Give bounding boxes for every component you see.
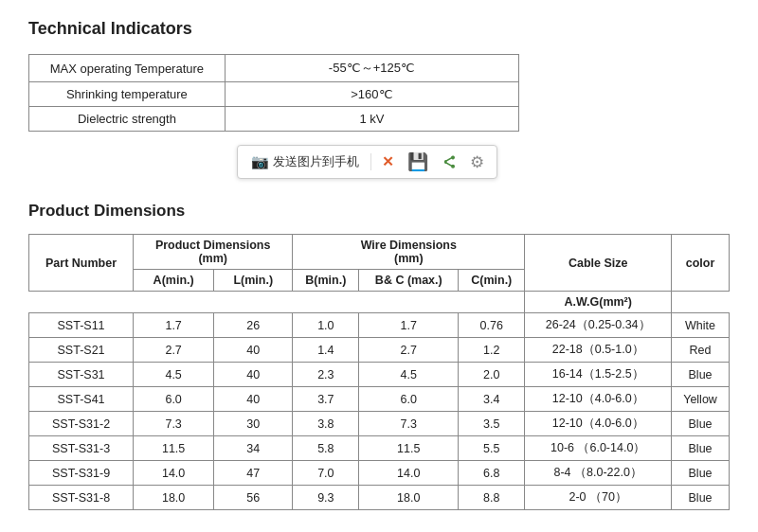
cell-l: 47 [214,461,293,486]
tech-value: 1 kV [225,107,518,132]
cell-color: Blue [672,461,730,486]
cell-awg: 2-0 （70） [525,486,672,510]
table-row: SST-S31-8 18.0 56 9.3 18.0 8.8 2-0 （70） … [29,486,730,510]
cell-l: 26 [214,313,293,338]
tech-row: Shrinking temperature >160℃ [29,82,519,107]
cell-part: SST-S31 [29,363,134,387]
cell-part: SST-S31-8 [29,486,134,510]
save-button[interactable]: 💾 [403,150,433,174]
cell-bc: 18.0 [359,486,459,510]
cell-b: 1.4 [293,338,359,363]
col-cable-size: Cable Size [525,235,672,292]
cell-l: 34 [214,436,293,461]
cell-b: 9.3 [293,486,359,510]
tech-row: Dielectric strength 1 kV [29,107,519,132]
cell-part: SST-S41 [29,387,134,412]
cell-a: 6.0 [134,387,214,412]
cell-b: 5.8 [293,436,359,461]
cell-color: Blue [672,436,730,461]
col-prod-dim: Product Dimensions(mm) [134,235,293,270]
table-row: SST-S21 2.7 40 1.4 2.7 1.2 22-18（0.5-1.0… [29,338,730,363]
cell-a: 1.7 [134,313,214,338]
toolbar: 📷 发送图片到手机 ✕ 💾 ⚙ [237,145,497,179]
cell-bc: 2.7 [359,338,459,363]
tech-label: MAX operating Temperature [29,55,226,82]
cell-a: 4.5 [134,363,214,387]
send-icon: 📷 [251,153,269,170]
cell-bc: 6.0 [359,387,459,412]
toolbar-divider-1 [370,153,371,170]
cell-l: 40 [214,363,293,387]
cell-bc: 4.5 [359,363,459,387]
cell-part: SST-S31-2 [29,412,134,436]
cell-l: 30 [214,412,293,436]
cell-c: 3.5 [459,412,525,436]
cell-bc: 1.7 [359,313,459,338]
col-wire-dim: Wire Dimensions(mm) [293,235,525,270]
tech-indicators-table: MAX operating Temperature -55℃～+125℃ Shr… [28,54,519,132]
cell-a: 2.7 [134,338,214,363]
cell-c: 0.76 [459,313,525,338]
share-button[interactable] [437,152,461,171]
col-part-number: Part Number [29,235,134,292]
cell-b: 2.3 [293,363,359,387]
table-row: SST-S31-3 11.5 34 5.8 11.5 5.5 10-6 （6.0… [29,436,730,461]
cell-b: 3.7 [293,387,359,412]
table-row: SST-S31 4.5 40 2.3 4.5 2.0 16-14（1.5-2.5… [29,363,730,387]
cell-color: Blue [672,486,730,510]
cell-color: Blue [672,363,730,387]
tech-value: >160℃ [225,82,518,107]
cell-a: 7.3 [134,412,214,436]
tech-value: -55℃～+125℃ [225,55,518,82]
cell-part: SST-S31-3 [29,436,134,461]
subheader-a-min: A(min.) [134,270,214,292]
settings-button[interactable]: ⚙ [465,151,489,174]
cell-bc: 7.3 [359,412,459,436]
send-to-phone-button[interactable]: 📷 发送图片到手机 [245,151,365,172]
tech-label: Shrinking temperature [29,82,226,107]
cell-b: 7.0 [293,461,359,486]
cell-l: 56 [214,486,293,510]
cell-part: SST-S21 [29,338,134,363]
cell-awg: 26-24（0.25-0.34） [525,313,672,338]
tech-label: Dielectric strength [29,107,226,132]
cell-color: White [672,313,730,338]
cell-color: Blue [672,412,730,436]
cell-a: 18.0 [134,486,214,510]
cell-awg: 22-18（0.5-1.0） [525,338,672,363]
subheader-b-min: B(min.) [293,270,359,292]
cell-bc: 11.5 [359,436,459,461]
cell-awg: 12-10（4.0-6.0） [525,387,672,412]
subheader-bc-max: B& C (max.) [359,270,459,292]
cell-c: 1.2 [459,338,525,363]
cell-bc: 14.0 [359,461,459,486]
table-row: SST-S41 6.0 40 3.7 6.0 3.4 12-10（4.0-6.0… [29,387,730,412]
cell-c: 2.0 [459,363,525,387]
product-dimensions-table: Part Number Product Dimensions(mm) Wire … [28,234,730,510]
cell-a: 14.0 [134,461,214,486]
cell-color: Red [672,338,730,363]
close-button[interactable]: ✕ [377,151,399,172]
cell-awg: 12-10（4.0-6.0） [525,412,672,436]
cell-b: 1.0 [293,313,359,338]
cell-part: SST-S31-9 [29,461,134,486]
subheader-awg: A.W.G(mm²) [525,292,672,313]
cell-part: SST-S11 [29,313,134,338]
cell-b: 3.8 [293,412,359,436]
table-row: SST-S31-2 7.3 30 3.8 7.3 3.5 12-10（4.0-6… [29,412,730,436]
cell-awg: 16-14（1.5-2.5） [525,363,672,387]
product-dimensions-title: Product Dimensions [28,202,730,221]
cell-a: 11.5 [134,436,214,461]
cell-c: 6.8 [459,461,525,486]
cell-c: 5.5 [459,436,525,461]
cell-awg: 10-6 （6.0-14.0） [525,436,672,461]
table-row: SST-S11 1.7 26 1.0 1.7 0.76 26-24（0.25-0… [29,313,730,338]
tech-row: MAX operating Temperature -55℃～+125℃ [29,55,519,82]
subheader-l-min: L(min.) [214,270,293,292]
section-title-tech: Technical Indicators [28,19,730,39]
cell-l: 40 [214,338,293,363]
send-label: 发送图片到手机 [273,153,359,170]
table-row: SST-S31-9 14.0 47 7.0 14.0 6.8 8-4 （8.0-… [29,461,730,486]
subheader-c-min: C(min.) [459,270,525,292]
cell-c: 3.4 [459,387,525,412]
